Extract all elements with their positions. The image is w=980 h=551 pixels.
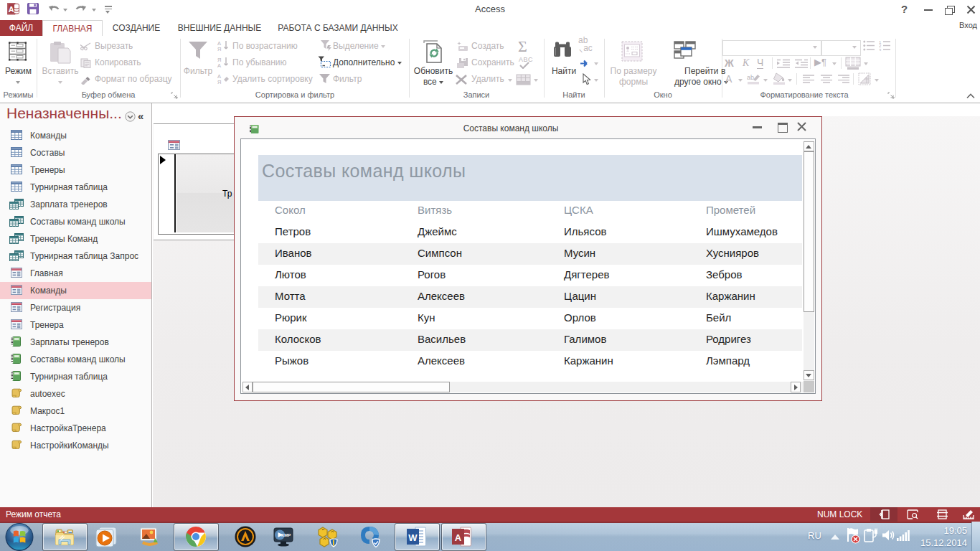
svg-text:Я: Я <box>217 46 221 52</box>
svg-text:A: A <box>455 532 462 543</box>
svg-text:Я: Я <box>217 79 221 85</box>
svg-text:A: A <box>9 5 14 14</box>
svg-text:А: А <box>217 62 221 68</box>
svg-text:KMP: KMP <box>281 533 291 537</box>
svg-text:3: 3 <box>879 48 882 52</box>
svg-text:ab: ab <box>747 74 754 81</box>
svg-text:W: W <box>408 532 418 543</box>
